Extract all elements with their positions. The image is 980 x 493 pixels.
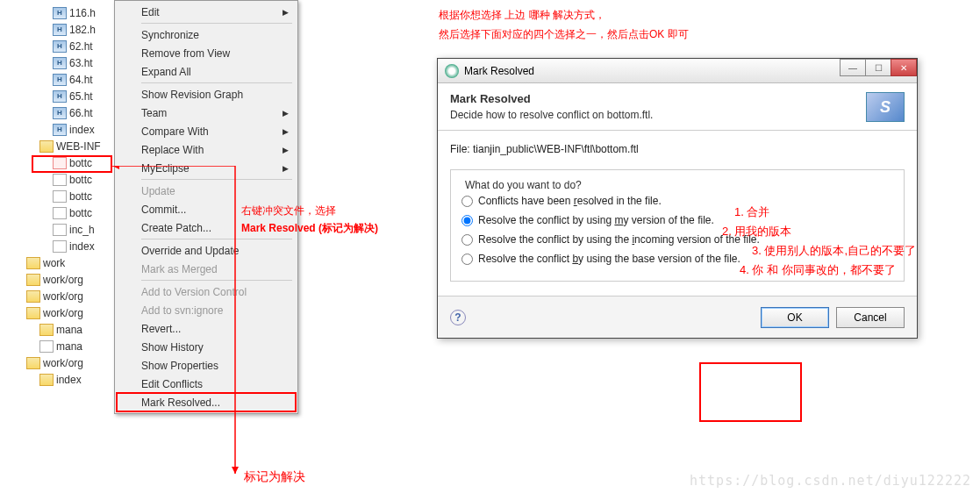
menu-item-edit-conflicts[interactable]: Edit Conflicts	[117, 375, 296, 393]
menu-item-remove-from-view[interactable]: Remove from View	[117, 44, 296, 62]
folder-icon	[26, 274, 40, 286]
ok-button[interactable]: OK	[761, 307, 829, 328]
tree-item[interactable]: H65.ht	[9, 88, 123, 104]
tree-item[interactable]: bottc	[9, 171, 123, 188]
menu-item-synchronize[interactable]: Synchronize	[117, 25, 296, 44]
menu-item-replace-with[interactable]: Replace With▶	[117, 140, 296, 159]
resolve-radio-1[interactable]	[461, 215, 473, 226]
menu-item-show-properties[interactable]: Show Properties	[117, 356, 296, 375]
menu-separator	[141, 82, 292, 83]
tree-item-label: bottc	[69, 174, 92, 186]
tree-item-label: 64.ht	[69, 74, 93, 86]
h-icon: H	[53, 7, 67, 19]
annotation-option-3: 3. 使用别人的版本,自己的不要了	[752, 243, 916, 259]
resolve-option-label: Resolve the conflict by using the incomi…	[478, 233, 760, 246]
menu-item-update: Update	[117, 182, 296, 200]
resolve-radio-3[interactable]	[461, 254, 473, 265]
maximize-button[interactable]: ☐	[865, 59, 891, 76]
group-title: What do you want to do?	[461, 179, 585, 191]
minimize-button[interactable]: —	[840, 59, 866, 76]
h-icon: H	[53, 40, 67, 53]
folder-icon	[26, 357, 40, 369]
tree-item[interactable]: index	[9, 371, 123, 388]
menu-item-team[interactable]: Team▶	[117, 104, 296, 122]
menu-item-compare-with[interactable]: Compare With▶	[117, 122, 296, 140]
dialog-header: Mark Resolved Decide how to resolve conf…	[438, 83, 917, 131]
h-icon: H	[53, 24, 67, 36]
project-tree[interactable]: H116.hH182.hH62.htH63.htH64.htH65.htH66.…	[9, 4, 123, 388]
tree-item[interactable]: mana	[9, 338, 123, 354]
file-path-label: File: tianjin_public\WEB-INF\ftl\bottom.…	[450, 143, 905, 155]
dialog-titlebar[interactable]: Mark Resolved — ☐ ✕	[438, 59, 917, 83]
tree-item[interactable]: H66.ht	[9, 104, 123, 121]
submenu-arrow-icon: ▶	[283, 8, 289, 17]
tree-item[interactable]: work/org	[9, 354, 123, 371]
menu-item-myeclipse[interactable]: MyEclipse▶	[117, 159, 296, 177]
tree-item[interactable]: bottc	[9, 188, 123, 204]
menu-separator	[141, 280, 292, 281]
file-icon	[53, 190, 67, 203]
tree-item[interactable]: work/org	[9, 288, 123, 304]
menu-item-mark-as-merged: Mark as Merged	[117, 260, 296, 278]
file-icon	[53, 224, 67, 236]
tree-item-label: bottc	[69, 157, 92, 169]
tree-item[interactable]: index	[9, 238, 123, 254]
cancel-button[interactable]: Cancel	[836, 307, 905, 328]
submenu-arrow-icon: ▶	[283, 127, 289, 136]
menu-item-show-revision-graph[interactable]: Show Revision Graph	[117, 85, 296, 104]
h-icon: H	[53, 107, 67, 119]
folder-icon	[26, 257, 40, 269]
tree-item[interactable]: H63.ht	[9, 54, 123, 71]
folder-icon	[39, 140, 54, 153]
resolve-option-label: Resolve the conflict by using the base v…	[478, 253, 740, 265]
menu-item-expand-all[interactable]: Expand All	[117, 62, 296, 81]
menu-item-override-and-update[interactable]: Override and Update	[117, 241, 296, 260]
watermark-text: https://blog.csdn.net/diyu122222	[690, 473, 971, 489]
tree-item[interactable]: WEB-INF	[9, 138, 123, 154]
h-icon: H	[53, 124, 67, 136]
resolve-radio-0[interactable]	[461, 196, 473, 207]
annotation-right-click: 右键冲突文件，选择 Mark Resolved (标记为解决)	[241, 202, 378, 237]
tree-item[interactable]: H62.ht	[9, 38, 123, 54]
tree-item[interactable]: inc_h	[9, 221, 123, 238]
tree-item[interactable]: work/org	[9, 304, 123, 321]
svg-marker-3	[232, 467, 239, 474]
close-button[interactable]: ✕	[891, 59, 917, 76]
tree-item[interactable]: work	[9, 254, 123, 271]
folder-icon	[39, 324, 54, 336]
help-icon[interactable]: ?	[450, 310, 466, 325]
tree-item-label: work/org	[43, 307, 83, 319]
tree-item-label: mana	[56, 324, 82, 336]
resolve-radio-2[interactable]	[461, 234, 473, 246]
tree-item[interactable]: H182.h	[9, 21, 123, 38]
resolve-option-label: Conflicts have been resolved in the file…	[478, 195, 662, 207]
menu-item-edit[interactable]: Edit▶	[117, 3, 296, 21]
tree-item-label: 65.ht	[69, 90, 93, 103]
resolve-option-1[interactable]: Resolve the conflict by using my version…	[461, 211, 893, 230]
annotation-mark-resolved-tag: 标记为解决	[244, 468, 305, 485]
tree-item-label: index	[56, 374, 82, 386]
tree-item[interactable]: bottc	[9, 154, 123, 171]
tree-item[interactable]: H116.h	[9, 4, 123, 21]
tree-item[interactable]: H64.ht	[9, 71, 123, 88]
menu-separator	[141, 239, 292, 239]
resolve-option-0[interactable]: Conflicts have been resolved in the file…	[461, 191, 893, 211]
file-icon	[53, 207, 67, 219]
menu-item-add-to-version-control: Add to Version Control	[117, 282, 296, 301]
app-icon	[445, 64, 459, 78]
menu-item-add-to-svn-ignore: Add to svn:ignore	[117, 301, 296, 319]
menu-separator	[141, 23, 292, 24]
submenu-arrow-icon: ▶	[283, 109, 289, 118]
menu-item-revert[interactable]: Revert...	[117, 319, 296, 338]
menu-item-mark-resolved[interactable]: Mark Resolved...	[117, 393, 296, 411]
menu-item-show-history[interactable]: Show History	[117, 338, 296, 356]
tree-item[interactable]: Hindex	[9, 121, 123, 138]
tree-item-label: work/org	[43, 274, 83, 286]
folder-icon	[26, 290, 40, 303]
tree-item[interactable]: bottc	[9, 204, 123, 221]
annotation-option-4: 4. 你 和 你同事改的，都不要了	[740, 262, 896, 278]
tree-item-label: index	[69, 240, 95, 253]
tree-item[interactable]: mana	[9, 321, 123, 338]
highlight-ok-button	[699, 362, 802, 422]
tree-item[interactable]: work/org	[9, 271, 123, 288]
